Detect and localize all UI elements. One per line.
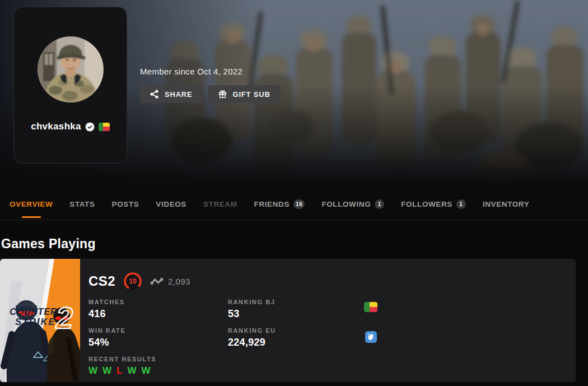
share-button[interactable]: SHARE [140,85,203,103]
stat-matches: MATCHES 416 [88,299,125,320]
benin-flag-icon [99,123,110,131]
rank-gauge-icon: 10 [123,271,143,291]
tab-stats-label: STATS [69,200,95,208]
tab-inventory[interactable]: INVENTORY [483,188,529,220]
svg-text:COUNTER: COUNTER [10,306,57,317]
profile-card: chvkashka [13,7,127,164]
main-content: Games Playing [0,220,588,252]
gift-sub-button-label: GIFT SUB [233,90,270,99]
member-since-text: Member since Oct 4, 2022 [140,67,242,76]
rating-graph-icon [150,277,164,286]
following-count-badge: 1 [375,199,384,209]
tab-stats[interactable]: STATS [69,188,95,220]
game-title: CS2 [88,273,115,289]
stat-win-rate: WIN RATE 54% [88,327,125,348]
verified-seal-icon [85,122,95,132]
svg-text:2: 2 [55,301,73,334]
stat-matches-value: 416 [88,308,125,320]
tab-stream-label: STREAM [203,200,237,208]
tab-inventory-label: INVENTORY [483,200,529,208]
cs2-cover-art: COUNTER STRIKE 2 [0,259,80,382]
tab-posts-label: POSTS [112,200,139,208]
tab-videos[interactable]: VIDEOS [156,188,186,220]
profile-tabs-nav: OVERVIEW STATS POSTS VIDEOS STREAM FRIEN… [0,188,588,220]
stat-ranking-bj-label: RANKING BJ [228,299,275,305]
recent-results-row: W W L W W [88,365,156,376]
hero-buttons: SHARE GIFT SUB [140,85,281,103]
tab-friends-label: FRIENDS [254,200,290,208]
tab-following[interactable]: FOLLOWING 1 [321,188,384,220]
stat-matches-label: MATCHES [88,299,125,305]
europe-map-glyph [367,333,375,341]
stat-win-rate-label: WIN RATE [88,327,125,334]
hero-banner: chvkashka Member since Oct 4, 2022 SHARE [0,0,588,188]
share-button-label: SHARE [165,90,193,99]
eu-region-icon [365,331,377,343]
stat-win-rate-value: 54% [88,337,125,348]
result-4: W [127,365,136,376]
tab-stream: STREAM [203,188,237,220]
username: chvkashka [31,121,81,132]
rank-value: 10 [123,271,143,291]
avatar [38,36,104,103]
stat-ranking-eu: RANKING EU 224,929 [228,327,276,348]
section-title: Games Playing [1,236,588,252]
tab-videos-label: VIDEOS [156,200,186,208]
stat-ranking-bj-value: 53 [228,308,275,320]
username-row: chvkashka [31,121,110,132]
tab-overview-label: OVERVIEW [10,200,53,208]
svg-text:STRIKE: STRIKE [15,317,56,327]
result-3: L [116,365,122,376]
rating-value: 2,093 [168,277,190,286]
stat-ranking-eu-value: 224,929 [228,337,276,348]
tab-following-label: FOLLOWING [321,200,371,208]
tab-friends[interactable]: FRIENDS 16 [254,188,305,220]
stat-ranking-bj: RANKING BJ 53 [228,299,275,320]
result-5: W [142,365,151,376]
stat-ranking-eu-label: RANKING EU [228,327,276,334]
rating-wrap: 2,093 [150,277,190,286]
game-title-row: CS2 10 2,093 [88,271,190,291]
tab-posts[interactable]: POSTS [112,188,139,220]
share-icon [150,90,158,99]
stat-recent-results: RECENT RESULTS W W L W W [88,356,156,376]
followers-count-badge: 1 [456,199,466,209]
avatar-image [38,36,104,103]
result-2: W [102,365,111,376]
friends-count-badge: 16 [293,199,305,209]
tab-followers-label: FOLLOWERS [401,200,452,208]
result-1: W [88,365,97,376]
stat-recent-results-label: RECENT RESULTS [88,356,156,362]
cs2-game-card[interactable]: COUNTER STRIKE 2 CS2 10 2,093 [0,259,576,382]
gift-sub-button[interactable]: GIFT SUB [208,85,281,103]
tab-overview[interactable]: OVERVIEW [10,188,53,220]
tab-followers[interactable]: FOLLOWERS 1 [401,188,466,220]
gift-icon [218,90,227,99]
benin-flag-icon [364,302,377,312]
